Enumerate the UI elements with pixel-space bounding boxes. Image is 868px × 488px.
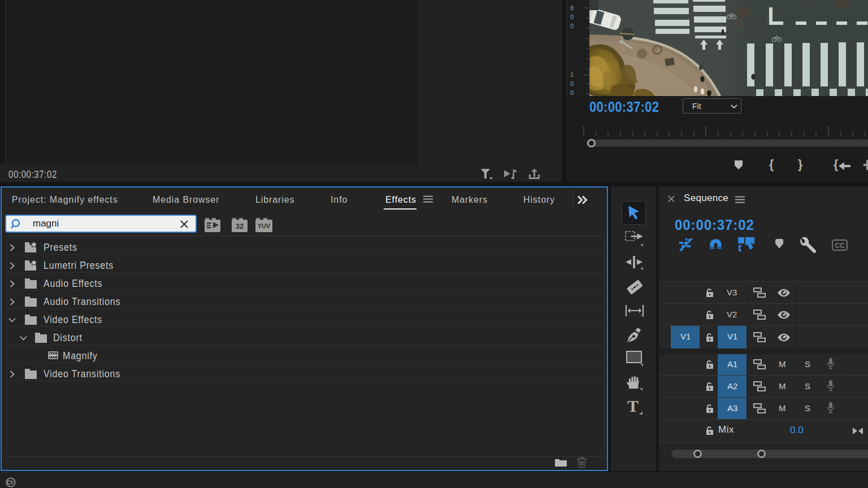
svg-text:1: 1 [570,71,574,78]
svg-text:0: 0 [570,89,574,96]
svg-text:0: 0 [570,80,574,87]
svg-text:YUV: YUV [258,223,271,229]
svg-text:CC: CC [835,242,845,250]
svg-text:0: 0 [570,14,574,20]
svg-text:8: 8 [570,5,574,11]
svg-text:0: 0 [570,23,574,29]
svg-text:32: 32 [236,222,244,230]
